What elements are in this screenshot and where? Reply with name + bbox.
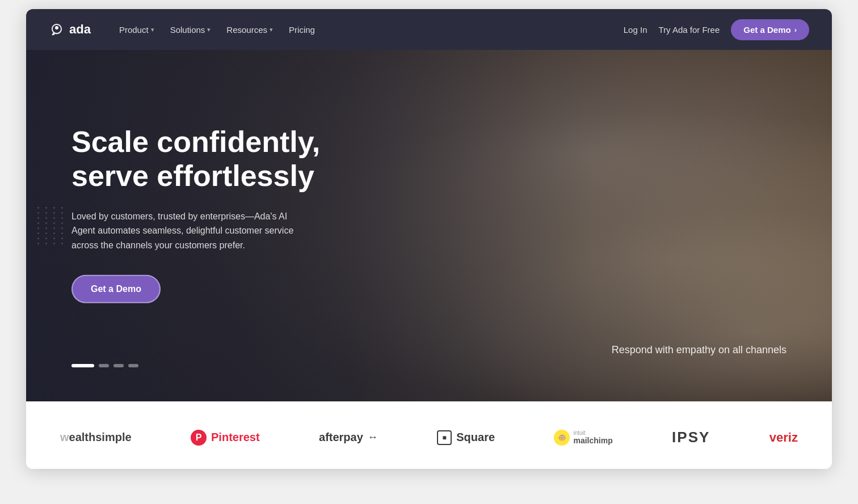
nav-demo-button[interactable]: Get a Demo › bbox=[731, 19, 809, 40]
navbar-left: ada Product ▾ Solutions ▾ Resources ▾ Pr… bbox=[49, 22, 321, 38]
verizon-text: veriz bbox=[769, 430, 798, 445]
hero-caption: Respond with empathy on all channels bbox=[612, 344, 786, 356]
logo-afterpay: afterpay ↔ bbox=[319, 431, 378, 444]
logo-text: ada bbox=[69, 22, 91, 37]
logo-verizon: veriz bbox=[769, 430, 798, 445]
hero-content: Scale confidently, serve effortlessly Lo… bbox=[72, 125, 320, 303]
nav-resources-label: Resources bbox=[226, 25, 267, 35]
ipsy-text: IPSY bbox=[672, 429, 710, 446]
slide-indicator-2[interactable] bbox=[99, 364, 109, 367]
afterpay-text: afterpay bbox=[319, 431, 363, 444]
nav-solutions[interactable]: Solutions ▾ bbox=[165, 22, 217, 38]
hero-title-line1: Scale confidently, bbox=[72, 125, 320, 158]
slide-indicator-1[interactable] bbox=[72, 364, 94, 367]
square-icon: ■ bbox=[437, 430, 452, 445]
mailchimp-icon: 🐵 bbox=[554, 430, 570, 446]
logos-section: wealthsimple P Pinterest afterpay ↔ ■ Sq… bbox=[26, 401, 832, 469]
hero-section: Scale confidently, serve effortlessly Lo… bbox=[26, 50, 832, 401]
mailchimp-brand-text: intuit mailchimp bbox=[573, 430, 612, 445]
pinterest-icon: P bbox=[191, 430, 207, 446]
arrow-right-icon: › bbox=[794, 26, 797, 34]
svg-point-0 bbox=[55, 26, 58, 29]
nav-pricing[interactable]: Pricing bbox=[283, 22, 321, 38]
nav-solutions-label: Solutions bbox=[170, 25, 205, 35]
nav-resources[interactable]: Resources ▾ bbox=[221, 22, 279, 38]
hero-subtitle: Loved by customers, trusted by enterpris… bbox=[72, 209, 310, 252]
nav-links: Product ▾ Solutions ▾ Resources ▾ Pricin… bbox=[113, 22, 321, 38]
logo-square: ■ Square bbox=[437, 430, 495, 445]
slide-indicator-3[interactable] bbox=[113, 364, 124, 367]
slide-indicator-4[interactable] bbox=[128, 364, 138, 367]
slide-indicators bbox=[72, 364, 138, 367]
chevron-down-icon: ▾ bbox=[270, 26, 273, 33]
page-wrapper: ada Product ▾ Solutions ▾ Resources ▾ Pr… bbox=[26, 9, 832, 469]
pinterest-text: Pinterest bbox=[211, 431, 260, 444]
mailchimp-logo-group: 🐵 intuit mailchimp bbox=[554, 430, 612, 446]
hero-title-line2: serve effortlessly bbox=[72, 159, 314, 192]
navbar: ada Product ▾ Solutions ▾ Resources ▾ Pr… bbox=[26, 9, 832, 50]
nav-product-label: Product bbox=[119, 25, 149, 35]
square-text: Square bbox=[456, 431, 495, 444]
hero-cta-button[interactable]: Get a Demo bbox=[72, 275, 161, 303]
hero-title: Scale confidently, serve effortlessly bbox=[72, 125, 320, 193]
chevron-down-icon: ▾ bbox=[207, 26, 211, 33]
logo-pinterest: P Pinterest bbox=[191, 430, 260, 446]
nav-try-free[interactable]: Try Ada for Free bbox=[658, 25, 720, 35]
nav-login[interactable]: Log In bbox=[624, 25, 647, 35]
afterpay-icon: ↔ bbox=[368, 431, 378, 443]
nav-demo-label: Get a Demo bbox=[743, 25, 790, 35]
chevron-down-icon: ▾ bbox=[151, 26, 154, 33]
navbar-right: Log In Try Ada for Free Get a Demo › bbox=[624, 19, 809, 40]
nav-product[interactable]: Product ▾ bbox=[113, 22, 160, 38]
logo-wealthsimple: wealthsimple bbox=[60, 431, 132, 444]
wealthsimple-text: wealthsimple bbox=[60, 431, 132, 444]
logo-ipsy: IPSY bbox=[672, 429, 710, 446]
ada-logo-icon bbox=[49, 22, 65, 37]
ada-logo[interactable]: ada bbox=[49, 22, 91, 37]
logo-mailchimp: 🐵 intuit mailchimp bbox=[554, 430, 612, 446]
nav-pricing-label: Pricing bbox=[289, 25, 315, 35]
decorative-dots bbox=[37, 207, 66, 244]
